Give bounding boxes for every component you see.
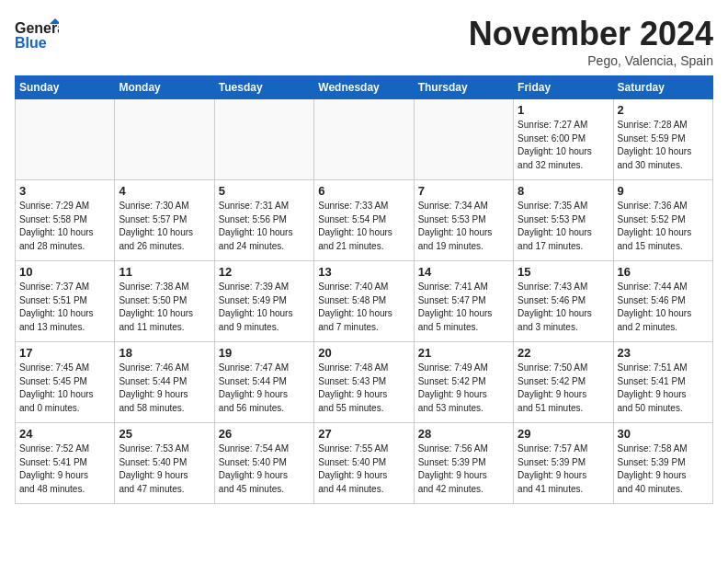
day-number: 18 [119, 346, 210, 360]
weekday-header-row: SundayMondayTuesdayWednesdayThursdayFrid… [16, 76, 713, 99]
day-number: 10 [19, 265, 110, 279]
day-info: Sunrise: 7:44 AM Sunset: 5:46 PM Dayligh… [618, 281, 709, 334]
day-info: Sunrise: 7:30 AM Sunset: 5:57 PM Dayligh… [119, 200, 210, 253]
day-info: Sunrise: 7:37 AM Sunset: 5:51 PM Dayligh… [19, 281, 110, 334]
calendar-day-24: 24Sunrise: 7:52 AM Sunset: 5:41 PM Dayli… [16, 423, 115, 504]
calendar-table: SundayMondayTuesdayWednesdayThursdayFrid… [15, 75, 713, 504]
day-info: Sunrise: 7:27 AM Sunset: 6:00 PM Dayligh… [518, 119, 609, 172]
day-info: Sunrise: 7:47 AM Sunset: 5:44 PM Dayligh… [219, 362, 310, 415]
day-info: Sunrise: 7:28 AM Sunset: 5:59 PM Dayligh… [618, 119, 709, 172]
weekday-header-tuesday: Tuesday [214, 76, 313, 99]
calendar-week-row: 10Sunrise: 7:37 AM Sunset: 5:51 PM Dayli… [16, 261, 713, 342]
calendar-day-9: 9Sunrise: 7:36 AM Sunset: 5:52 PM Daylig… [613, 180, 712, 261]
calendar-day-11: 11Sunrise: 7:38 AM Sunset: 5:50 PM Dayli… [115, 261, 214, 342]
day-number: 5 [219, 184, 310, 198]
day-number: 4 [119, 184, 210, 198]
calendar-day-14: 14Sunrise: 7:41 AM Sunset: 5:47 PM Dayli… [414, 261, 513, 342]
day-number: 25 [119, 427, 210, 441]
day-number: 9 [618, 184, 709, 198]
day-info: Sunrise: 7:38 AM Sunset: 5:50 PM Dayligh… [119, 281, 210, 334]
day-number: 28 [418, 427, 509, 441]
weekday-header-saturday: Saturday [613, 76, 712, 99]
calendar-day-13: 13Sunrise: 7:40 AM Sunset: 5:48 PM Dayli… [314, 261, 414, 342]
day-number: 7 [418, 184, 509, 198]
month-title: November 2024 [469, 15, 713, 53]
day-number: 22 [518, 346, 609, 360]
day-number: 8 [518, 184, 609, 198]
day-number: 29 [518, 427, 609, 441]
svg-text:Blue: Blue [15, 35, 47, 51]
calendar-day-4: 4Sunrise: 7:30 AM Sunset: 5:57 PM Daylig… [115, 180, 214, 261]
day-number: 6 [318, 184, 409, 198]
day-info: Sunrise: 7:56 AM Sunset: 5:39 PM Dayligh… [418, 442, 509, 496]
calendar-day-6: 6Sunrise: 7:33 AM Sunset: 5:54 PM Daylig… [314, 180, 414, 261]
calendar-day-16: 16Sunrise: 7:44 AM Sunset: 5:46 PM Dayli… [613, 261, 712, 342]
calendar-day-20: 20Sunrise: 7:48 AM Sunset: 5:43 PM Dayli… [314, 342, 414, 423]
day-number: 1 [518, 103, 609, 117]
day-number: 15 [518, 265, 609, 279]
weekday-header-wednesday: Wednesday [314, 76, 414, 99]
calendar-day-empty [414, 99, 513, 180]
calendar-week-row: 17Sunrise: 7:45 AM Sunset: 5:45 PM Dayli… [16, 342, 713, 423]
calendar-day-23: 23Sunrise: 7:51 AM Sunset: 5:41 PM Dayli… [613, 342, 712, 423]
calendar-day-empty [314, 99, 414, 180]
day-info: Sunrise: 7:53 AM Sunset: 5:40 PM Dayligh… [119, 442, 210, 496]
day-info: Sunrise: 7:29 AM Sunset: 5:58 PM Dayligh… [19, 200, 110, 253]
day-info: Sunrise: 7:40 AM Sunset: 5:48 PM Dayligh… [318, 281, 409, 334]
calendar-day-18: 18Sunrise: 7:46 AM Sunset: 5:44 PM Dayli… [115, 342, 214, 423]
day-info: Sunrise: 7:31 AM Sunset: 5:56 PM Dayligh… [219, 200, 310, 253]
day-number: 24 [19, 427, 110, 441]
day-number: 19 [219, 346, 310, 360]
weekday-header-monday: Monday [115, 76, 214, 99]
day-info: Sunrise: 7:34 AM Sunset: 5:53 PM Dayligh… [418, 200, 509, 253]
calendar-day-17: 17Sunrise: 7:45 AM Sunset: 5:45 PM Dayli… [16, 342, 115, 423]
day-number: 27 [318, 427, 409, 441]
day-info: Sunrise: 7:41 AM Sunset: 5:47 PM Dayligh… [418, 281, 509, 334]
title-block: November 2024 Pego, Valencia, Spain [469, 15, 713, 68]
day-number: 2 [618, 103, 709, 117]
calendar-day-27: 27Sunrise: 7:55 AM Sunset: 5:40 PM Dayli… [314, 423, 414, 504]
calendar-day-19: 19Sunrise: 7:47 AM Sunset: 5:44 PM Dayli… [214, 342, 313, 423]
calendar-day-empty [115, 99, 214, 180]
day-info: Sunrise: 7:45 AM Sunset: 5:45 PM Dayligh… [19, 362, 110, 415]
day-info: Sunrise: 7:49 AM Sunset: 5:42 PM Dayligh… [418, 362, 509, 415]
calendar-week-row: 24Sunrise: 7:52 AM Sunset: 5:41 PM Dayli… [16, 423, 713, 504]
calendar-day-2: 2Sunrise: 7:28 AM Sunset: 5:59 PM Daylig… [613, 99, 712, 180]
calendar-day-12: 12Sunrise: 7:39 AM Sunset: 5:49 PM Dayli… [214, 261, 313, 342]
weekday-header-sunday: Sunday [16, 76, 115, 99]
day-info: Sunrise: 7:48 AM Sunset: 5:43 PM Dayligh… [318, 362, 409, 415]
day-info: Sunrise: 7:51 AM Sunset: 5:41 PM Dayligh… [618, 362, 709, 415]
day-number: 11 [119, 265, 210, 279]
calendar-day-28: 28Sunrise: 7:56 AM Sunset: 5:39 PM Dayli… [414, 423, 513, 504]
calendar-day-empty [16, 99, 115, 180]
calendar-day-22: 22Sunrise: 7:50 AM Sunset: 5:42 PM Dayli… [514, 342, 613, 423]
weekday-header-thursday: Thursday [414, 76, 513, 99]
calendar-day-29: 29Sunrise: 7:57 AM Sunset: 5:39 PM Dayli… [514, 423, 613, 504]
day-info: Sunrise: 7:36 AM Sunset: 5:52 PM Dayligh… [618, 200, 709, 253]
calendar-day-15: 15Sunrise: 7:43 AM Sunset: 5:46 PM Dayli… [514, 261, 613, 342]
day-info: Sunrise: 7:57 AM Sunset: 5:39 PM Dayligh… [518, 442, 609, 496]
calendar-day-8: 8Sunrise: 7:35 AM Sunset: 5:53 PM Daylig… [514, 180, 613, 261]
day-info: Sunrise: 7:55 AM Sunset: 5:40 PM Dayligh… [318, 442, 409, 496]
calendar-week-row: 1Sunrise: 7:27 AM Sunset: 6:00 PM Daylig… [16, 99, 713, 180]
day-info: Sunrise: 7:58 AM Sunset: 5:39 PM Dayligh… [618, 442, 709, 496]
calendar-day-25: 25Sunrise: 7:53 AM Sunset: 5:40 PM Dayli… [115, 423, 214, 504]
weekday-header-friday: Friday [514, 76, 613, 99]
day-info: Sunrise: 7:46 AM Sunset: 5:44 PM Dayligh… [119, 362, 210, 415]
calendar-day-5: 5Sunrise: 7:31 AM Sunset: 5:56 PM Daylig… [214, 180, 313, 261]
logo-icon: General Blue [15, 15, 59, 55]
calendar-day-3: 3Sunrise: 7:29 AM Sunset: 5:58 PM Daylig… [16, 180, 115, 261]
calendar-week-row: 3Sunrise: 7:29 AM Sunset: 5:58 PM Daylig… [16, 180, 713, 261]
day-info: Sunrise: 7:33 AM Sunset: 5:54 PM Dayligh… [318, 200, 409, 253]
day-number: 26 [219, 427, 310, 441]
calendar-day-1: 1Sunrise: 7:27 AM Sunset: 6:00 PM Daylig… [514, 99, 613, 180]
day-info: Sunrise: 7:35 AM Sunset: 5:53 PM Dayligh… [518, 200, 609, 253]
calendar-day-7: 7Sunrise: 7:34 AM Sunset: 5:53 PM Daylig… [414, 180, 513, 261]
day-number: 23 [618, 346, 709, 360]
location: Pego, Valencia, Spain [469, 53, 713, 68]
day-info: Sunrise: 7:54 AM Sunset: 5:40 PM Dayligh… [219, 442, 310, 496]
calendar-day-30: 30Sunrise: 7:58 AM Sunset: 5:39 PM Dayli… [613, 423, 712, 504]
day-number: 21 [418, 346, 509, 360]
day-info: Sunrise: 7:52 AM Sunset: 5:41 PM Dayligh… [19, 442, 110, 496]
logo: General Blue [15, 15, 59, 55]
